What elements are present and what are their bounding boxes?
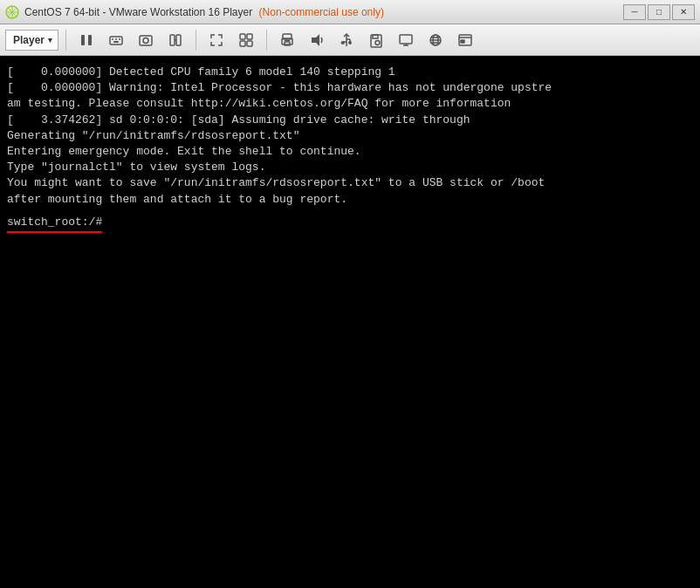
svg-rect-7 — [88, 35, 92, 45]
pause-button[interactable] — [73, 28, 100, 52]
settings-icon — [457, 32, 473, 48]
terminal-line: am testing. Please consult http://wiki.c… — [7, 96, 693, 112]
minimize-button[interactable]: ─ — [623, 4, 646, 20]
svg-marker-26 — [312, 34, 319, 46]
toolbar-separator-3 — [266, 30, 267, 51]
terminal-prompt: switch_root:/# — [7, 215, 693, 233]
toolbar-separator — [65, 30, 66, 51]
svg-rect-21 — [247, 41, 252, 46]
vm-screen[interactable]: [ 0.000000] Detected CPU family 6 model … — [0, 56, 700, 588]
dropdown-arrow: ▾ — [48, 36, 52, 44]
svg-point-14 — [143, 38, 148, 43]
print-icon — [279, 32, 295, 48]
vm-settings-button[interactable] — [162, 28, 189, 52]
player-menu-button[interactable]: Player ▾ — [5, 30, 58, 51]
unity-icon — [238, 32, 254, 48]
toolbar: Player ▾ — [0, 24, 700, 56]
terminal-line: Generating "/run/initramfs/rdsosreport.t… — [7, 128, 693, 144]
player-label: Player — [13, 34, 45, 46]
terminal-line: [ 3.374262] sd 0:0:0:0: [sda] Assuming d… — [7, 113, 693, 128]
svg-point-30 — [349, 41, 351, 43]
svg-rect-34 — [373, 35, 378, 38]
maximize-button[interactable]: □ — [648, 4, 670, 20]
title-main: CentOS 7 64-bit - VMware Workstation 16 … — [24, 6, 252, 18]
disk-icon — [368, 32, 384, 48]
terminal-line: Type "journalctl" to view system logs. — [7, 160, 693, 175]
svg-rect-18 — [240, 34, 245, 39]
unity-button[interactable] — [233, 28, 259, 52]
svg-rect-36 — [400, 35, 412, 44]
devices-icon — [398, 32, 414, 48]
terminal-line: Entering emergency mode. Exit the shell … — [7, 144, 693, 160]
svg-rect-16 — [176, 35, 181, 45]
svg-rect-15 — [170, 35, 175, 45]
audio-icon — [309, 32, 325, 48]
fullscreen-icon — [209, 32, 224, 48]
svg-point-35 — [375, 40, 380, 44]
terminal-line: after mounting them and attach it to a b… — [7, 192, 693, 208]
snapshot-button[interactable] — [133, 28, 159, 52]
network-button[interactable] — [422, 28, 449, 52]
title-bar: CentOS 7 64-bit - VMware Workstation 16 … — [0, 0, 700, 24]
svg-rect-24 — [285, 42, 290, 45]
svg-rect-6 — [81, 35, 85, 45]
terminal-line: You might want to save "/run/initramfs/r… — [7, 175, 693, 191]
svg-rect-13 — [140, 36, 152, 45]
pause-icon — [79, 32, 94, 48]
app-icon — [5, 5, 19, 19]
svg-rect-32 — [342, 42, 345, 44]
terminal-line: [ 0.000000] Warning: Intel Processor - t… — [7, 80, 693, 96]
power-icon — [168, 32, 183, 48]
svg-rect-8 — [110, 37, 122, 44]
removable-button[interactable] — [363, 28, 389, 52]
audio-button[interactable] — [304, 28, 330, 52]
window-controls[interactable]: ─ □ ✕ — [623, 4, 695, 20]
keyboard-icon — [108, 32, 124, 48]
print-button[interactable] — [274, 28, 300, 52]
snapshot-icon — [138, 32, 154, 48]
settings-button[interactable] — [452, 28, 478, 52]
prompt-text: switch_root:/# — [7, 215, 102, 233]
svg-rect-20 — [240, 41, 245, 46]
devices-button[interactable] — [393, 28, 419, 52]
network-icon — [428, 32, 443, 48]
title-sub: (Non-commercial use only) — [259, 6, 384, 18]
usb-icon — [339, 32, 354, 48]
window-title: CentOS 7 64-bit - VMware Workstation 16 … — [24, 6, 623, 18]
toolbar-separator-2 — [196, 30, 196, 51]
terminal-line: [ 0.000000] Detected CPU family 6 model … — [7, 65, 693, 80]
usb-button[interactable] — [333, 28, 360, 52]
svg-rect-19 — [247, 34, 252, 39]
close-button[interactable]: ✕ — [672, 4, 695, 20]
fullscreen-button[interactable] — [203, 28, 230, 52]
svg-rect-46 — [461, 40, 464, 43]
ctrl-alt-del-button[interactable] — [103, 28, 129, 52]
